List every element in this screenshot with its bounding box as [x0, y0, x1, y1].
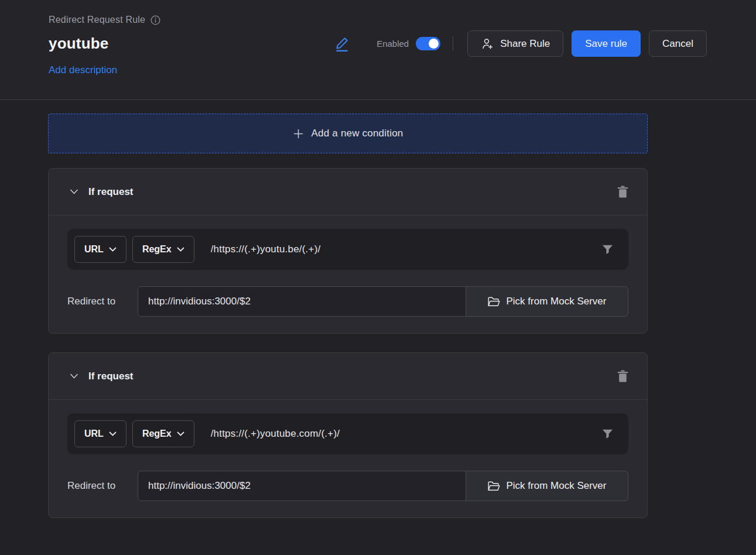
info-icon[interactable] [150, 15, 160, 25]
rule-name-title[interactable]: youtube [49, 35, 109, 53]
folder-open-icon [488, 297, 500, 307]
source-operator-value: RegEx [142, 244, 172, 255]
collapse-chevron-icon[interactable] [70, 189, 78, 194]
save-rule-button[interactable]: Save rule [572, 30, 641, 57]
destination-group: Pick from Mock Server [138, 471, 628, 501]
source-filter-icon[interactable] [602, 245, 613, 255]
source-value-input[interactable] [211, 244, 595, 255]
folder-open-icon [488, 481, 500, 491]
rule-editor-header: Redirect Request Rule youtube Enable [0, 0, 756, 100]
condition-card-header: If request [49, 353, 647, 400]
source-filter-icon[interactable] [602, 429, 613, 439]
destination-url-input[interactable] [138, 286, 466, 317]
save-rule-label: Save rule [585, 38, 627, 50]
condition-card-body: URL RegEx Redirect to [49, 215, 647, 333]
pick-mock-server-label: Pick from Mock Server [507, 296, 607, 307]
add-condition-button[interactable]: Add a new condition [48, 114, 648, 153]
chevron-down-icon [109, 431, 117, 436]
rule-conditions-area: Add a new condition If request [0, 100, 756, 518]
source-operator-value: RegEx [142, 429, 172, 439]
share-rule-label: Share Rule [500, 38, 550, 50]
pick-mock-server-button[interactable]: Pick from Mock Server [466, 286, 628, 317]
chevron-down-icon [177, 247, 184, 252]
collapse-chevron-icon[interactable] [70, 374, 78, 379]
pick-mock-server-label: Pick from Mock Server [507, 480, 607, 492]
source-operator-select[interactable]: RegEx [132, 236, 194, 263]
cancel-label: Cancel [662, 38, 693, 50]
condition-card-body: URL RegEx Redirect to [49, 400, 647, 518]
toggle-knob [429, 39, 439, 49]
redirect-to-label: Redirect to [67, 296, 138, 307]
rule-editor-page: Redirect Request Rule youtube Enable [0, 0, 756, 518]
enabled-label: Enabled [377, 39, 409, 49]
redirect-destination-row: Redirect to Pick from Mock Server [67, 286, 628, 317]
destination-group: Pick from Mock Server [138, 286, 628, 317]
header-controls: Enabled Share Rule [334, 30, 707, 57]
source-condition-row: URL RegEx [67, 229, 628, 270]
rule-type-label: Redirect Request Rule [49, 15, 145, 25]
edit-pencil-icon[interactable] [334, 36, 350, 52]
add-description-link[interactable]: Add description [49, 64, 117, 76]
rule-type-row: Redirect Request Rule [49, 15, 707, 25]
add-condition-label: Add a new condition [312, 128, 403, 139]
plus-icon [293, 128, 304, 139]
header-main-row: youtube Enabled [49, 30, 707, 57]
enabled-toggle[interactable] [416, 37, 440, 50]
redirect-destination-row: Redirect to Pick from Mock Server [67, 471, 628, 501]
delete-condition-icon[interactable] [617, 186, 628, 198]
delete-condition-icon[interactable] [617, 370, 628, 382]
source-key-select[interactable]: URL [74, 236, 126, 263]
source-key-value: URL [84, 244, 104, 255]
source-operator-select[interactable]: RegEx [132, 420, 194, 447]
condition-card-header: If request [49, 169, 647, 215]
chevron-down-icon [109, 247, 117, 252]
share-rule-button[interactable]: Share Rule [467, 30, 563, 57]
condition-card-2: If request URL RegEx [48, 352, 648, 518]
header-vertical-divider [453, 36, 453, 51]
user-add-icon [481, 37, 494, 50]
if-request-label: If request [88, 371, 134, 382]
condition-card-1: If request URL RegEx [48, 168, 648, 334]
destination-url-input[interactable] [138, 471, 466, 501]
source-condition-row: URL RegEx [67, 413, 628, 454]
source-key-value: URL [84, 429, 104, 439]
source-key-select[interactable]: URL [74, 420, 126, 447]
chevron-down-icon [177, 431, 184, 436]
pick-mock-server-button[interactable]: Pick from Mock Server [466, 471, 628, 501]
if-request-label: If request [88, 186, 134, 198]
cancel-button[interactable]: Cancel [649, 30, 707, 57]
redirect-to-label: Redirect to [67, 480, 138, 492]
source-value-input[interactable] [211, 428, 595, 440]
